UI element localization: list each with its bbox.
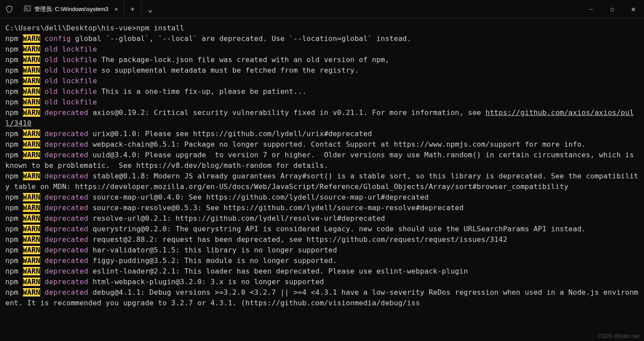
- warn-msg: figgy-pudding@3.5.2: This module is no l…: [88, 256, 337, 265]
- warn-tag: WARN: [23, 204, 41, 212]
- warn-keyword: deprecated: [45, 140, 88, 148]
- minimize-button[interactable]: —: [580, 0, 602, 18]
- warn-tag: WARN: [23, 151, 41, 159]
- titlebar-spacer: [159, 0, 580, 18]
- npm-prefix: npm: [5, 45, 19, 53]
- warn-tag: WARN: [23, 288, 41, 297]
- watermark: CSDN @bobo.lan: [597, 333, 640, 339]
- warn-msg: uuid@3.4.0: Please upgrade to version 7 …: [5, 151, 638, 170]
- warn-tag: WARN: [23, 193, 41, 201]
- warn-keyword: deprecated: [45, 256, 88, 265]
- window-close-button[interactable]: ×: [623, 0, 644, 18]
- warn-tag: WARN: [23, 246, 41, 254]
- warn-tag: WARN: [23, 278, 41, 286]
- warn-tag: WARN: [23, 256, 41, 265]
- warn-tag: WARN: [23, 77, 41, 85]
- npm-prefix: npm: [5, 140, 19, 148]
- npm-prefix: npm: [5, 34, 19, 43]
- npm-prefix: npm: [5, 151, 19, 159]
- npm-prefix: npm: [5, 288, 19, 297]
- npm-prefix: npm: [5, 278, 19, 286]
- npm-prefix: npm: [5, 204, 19, 212]
- npm-prefix: npm: [5, 235, 19, 244]
- prompt-path: C:\Users\dell\Desktop\his-vue>: [5, 24, 136, 32]
- warn-tag: WARN: [23, 267, 41, 275]
- warn-msg: This is a one-time fix-up, please be pat…: [97, 87, 307, 96]
- warn-msg: resolve-url@0.2.1: https://github.com/ly…: [88, 214, 385, 222]
- warn-tag: WARN: [23, 45, 41, 53]
- warn-keyword: deprecated: [45, 278, 88, 286]
- npm-prefix: npm: [5, 193, 19, 201]
- warn-msg: so supplemental metadata must be fetched…: [97, 66, 359, 74]
- warn-tag: WARN: [23, 56, 41, 64]
- warn-msg: global `--global`, `--local` are depreca…: [71, 34, 411, 43]
- warn-msg: debug@4.1.1: Debug versions >=3.2.0 <3.2…: [5, 288, 638, 307]
- warn-keyword: deprecated: [45, 267, 88, 275]
- warn-keyword: deprecated: [45, 246, 88, 254]
- npm-prefix: npm: [5, 225, 19, 233]
- warn-tag: WARN: [23, 130, 41, 138]
- warn-keyword: deprecated: [45, 108, 88, 117]
- warn-keyword: old lockfile: [45, 56, 97, 64]
- warn-keyword: old lockfile: [45, 87, 97, 96]
- shield-icon: [0, 0, 19, 18]
- npm-prefix: npm: [5, 56, 19, 64]
- warn-tag: WARN: [23, 225, 41, 233]
- npm-prefix: npm: [5, 172, 19, 180]
- warn-keyword: deprecated: [45, 235, 88, 244]
- npm-prefix: npm: [5, 98, 19, 106]
- warn-tag: WARN: [23, 87, 41, 96]
- warn-msg: stable@0.1.8: Modern JS already guarante…: [5, 172, 638, 191]
- warn-keyword: old lockfile: [45, 77, 97, 85]
- warn-tag: WARN: [23, 34, 41, 43]
- warn-tag: WARN: [23, 66, 41, 74]
- warn-msg: source-map-resolve@0.5.3: See https://gi…: [88, 204, 464, 212]
- tab-title: 管理员: C:\Windows\system3: [34, 5, 109, 13]
- warn-keyword: deprecated: [45, 151, 88, 159]
- titlebar: >_ 管理员: C:\Windows\system3 × + ⌄ — ▢ ×: [0, 0, 644, 19]
- warn-keyword: old lockfile: [45, 45, 97, 53]
- svg-text:>_: >_: [25, 7, 30, 11]
- warn-keyword: deprecated: [45, 172, 88, 180]
- npm-prefix: npm: [5, 256, 19, 265]
- terminal-output[interactable]: C:\Users\dell\Desktop\his-vue>npm instal…: [0, 19, 644, 313]
- warn-keyword: deprecated: [45, 193, 88, 201]
- tab-dropdown-button[interactable]: ⌄: [142, 0, 159, 18]
- npm-prefix: npm: [5, 130, 19, 138]
- npm-prefix: npm: [5, 108, 19, 117]
- warn-keyword: config: [45, 34, 71, 43]
- npm-prefix: npm: [5, 66, 19, 74]
- warn-keyword: old lockfile: [45, 98, 97, 106]
- warn-msg: The package-lock.json file was created w…: [97, 56, 389, 64]
- warn-keyword: deprecated: [45, 204, 88, 212]
- warn-keyword: deprecated: [45, 130, 88, 138]
- warn-msg: webpack-chain@6.5.1: Package no longer s…: [88, 140, 586, 148]
- warn-tag: WARN: [23, 172, 41, 180]
- maximize-button[interactable]: ▢: [602, 0, 623, 18]
- warn-tag: WARN: [23, 214, 41, 222]
- warn-tag: WARN: [23, 140, 41, 148]
- warn-msg: urix@0.1.0: Please see https://github.co…: [88, 130, 372, 138]
- warn-keyword: deprecated: [45, 288, 88, 297]
- tab-active[interactable]: >_ 管理员: C:\Windows\system3 ×: [19, 0, 124, 18]
- warn-msg: har-validator@5.1.5: this library is no …: [88, 246, 337, 254]
- cmd-icon: >_: [24, 5, 31, 13]
- warn-keyword: deprecated: [45, 214, 88, 222]
- tab-close-button[interactable]: ×: [115, 6, 118, 13]
- warn-msg: request@2.88.2: request has been depreca…: [88, 235, 507, 244]
- npm-prefix: npm: [5, 246, 19, 254]
- warn-tag: WARN: [23, 235, 41, 244]
- warn-msg: querystring@0.2.0: The querystring API i…: [88, 225, 586, 233]
- warn-tag: WARN: [23, 108, 41, 117]
- warn-msg: axios@0.19.2: Critical security vulnerab…: [88, 108, 486, 117]
- new-tab-button[interactable]: +: [124, 0, 142, 18]
- warn-msg: source-map-url@0.4.0: See https://github…: [88, 193, 429, 201]
- warn-msg: html-webpack-plugin@3.2.0: 3.x is no lon…: [88, 278, 324, 286]
- npm-prefix: npm: [5, 214, 19, 222]
- npm-prefix: npm: [5, 77, 19, 85]
- warn-keyword: deprecated: [45, 225, 88, 233]
- warn-keyword: old lockfile: [45, 66, 97, 74]
- npm-prefix: npm: [5, 267, 19, 275]
- warn-tag: WARN: [23, 98, 41, 106]
- warn-msg: eslint-loader@2.2.1: This loader has bee…: [88, 267, 468, 275]
